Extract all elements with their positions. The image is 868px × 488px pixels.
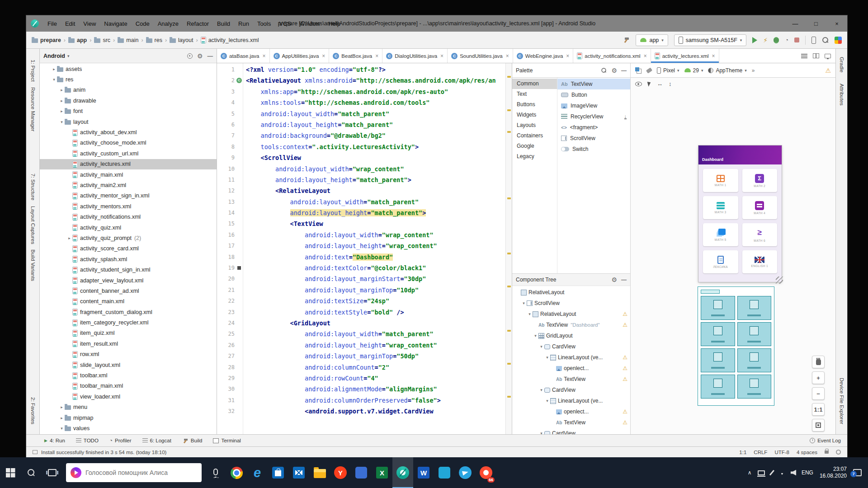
tool-window-button-gradle[interactable]: Gradle bbox=[839, 57, 844, 73]
editor-tab-activity-lectures-xml[interactable]: activity_lectures.xml× bbox=[651, 49, 719, 63]
preview-card-math-1[interactable]: MATH 1 bbox=[703, 169, 738, 192]
taskbar-search-button[interactable] bbox=[21, 457, 42, 488]
blueprint-textview[interactable] bbox=[701, 290, 720, 294]
project-tree-item-activity-mentor-sign-in-xml[interactable]: activity_mentor_sign_in.xml bbox=[40, 191, 217, 201]
blueprint-card[interactable] bbox=[701, 348, 735, 372]
horizontal-constraints-icon[interactable]: ↔ bbox=[657, 80, 663, 87]
blueprint-card[interactable] bbox=[701, 296, 735, 320]
tool-window-button-resource-manager[interactable]: Resource Manager bbox=[30, 87, 36, 131]
project-tree-item-fragment-custom-dialog-xml[interactable]: fragment_custom_dialog.xml bbox=[40, 307, 217, 317]
close-icon[interactable]: × bbox=[712, 53, 715, 59]
network-icon[interactable] bbox=[779, 470, 785, 475]
editor-tab-apputilities-java[interactable]: CAppUtilities.java× bbox=[270, 49, 330, 63]
menu-item-refactor[interactable]: Refactor bbox=[183, 20, 213, 27]
tree-arrow-icon[interactable]: ▸ bbox=[66, 236, 72, 240]
tool-window-button-layout-captures[interactable]: Layout Captures bbox=[30, 206, 36, 244]
tool-window-button-6-logcat[interactable]: 6: Logcat bbox=[142, 437, 171, 444]
component-tree-item-textview[interactable]: AbTextView⚠ bbox=[512, 417, 630, 428]
api-version-select[interactable]: 29 ▾ bbox=[684, 67, 703, 74]
status-crlf[interactable]: CRLF bbox=[754, 450, 767, 455]
layout-preview[interactable]: Dashboard MATH 1ΣMATH 2MATH 3MATH 4MATH … bbox=[698, 145, 782, 282]
project-tree-item-adapter-view-laylout-xml[interactable]: adapter_view_laylout.xml bbox=[40, 275, 217, 286]
tree-arrow-icon[interactable]: ▾ bbox=[538, 388, 544, 392]
preview-card-math-3[interactable]: MATH 3 bbox=[703, 196, 738, 219]
project-tree-item-activity-notifications-xml[interactable]: activity_notifications.xml bbox=[40, 211, 217, 222]
palette-category-text[interactable]: Text bbox=[512, 89, 557, 99]
menu-item-view[interactable]: View bbox=[79, 20, 100, 27]
project-tree-item-activity-custom-url-xml[interactable]: activity_custom_url.xml bbox=[40, 148, 217, 159]
microphone-button[interactable] bbox=[205, 457, 226, 488]
editor-tab-beatbox-java[interactable]: CBeatBox.java× bbox=[329, 49, 382, 63]
action-center-button[interactable]: 7 bbox=[853, 469, 862, 476]
project-tree-item-activity-score-card-xml[interactable]: activity_score_card.xml bbox=[40, 244, 217, 254]
gutter-marker-icon[interactable] bbox=[237, 266, 241, 270]
blueprint-card[interactable] bbox=[701, 322, 735, 346]
project-tree-item-menu[interactable]: ▸menu bbox=[40, 402, 217, 413]
tab-list-icon[interactable] bbox=[801, 54, 807, 58]
breadcrumb-item-app[interactable]: app bbox=[68, 37, 87, 43]
menu-item-analyze[interactable]: Analyze bbox=[154, 20, 183, 27]
project-view-select[interactable]: Android ▾ bbox=[43, 53, 69, 59]
blueprint-card[interactable] bbox=[737, 375, 772, 399]
project-tree-item-res[interactable]: ▾res bbox=[40, 74, 217, 84]
error-stripe-mark[interactable] bbox=[507, 396, 511, 398]
project-tree-item-row-xml[interactable]: row.xml bbox=[40, 349, 217, 360]
tree-arrow-icon[interactable]: ▾ bbox=[538, 431, 544, 434]
project-tree-item-activity-quiz-xml[interactable]: activity_quiz.xml bbox=[40, 222, 217, 233]
close-icon[interactable]: × bbox=[566, 53, 569, 59]
breadcrumb-item-main[interactable]: main bbox=[118, 37, 138, 43]
project-tree-item-toolbar-xml[interactable]: toolbar.xml bbox=[40, 370, 217, 380]
tree-arrow-icon[interactable]: ▾ bbox=[59, 426, 65, 431]
component-tree-item-relativelayout[interactable]: RelativeLayout bbox=[512, 287, 630, 298]
tool-window-button-todo[interactable]: TODO bbox=[76, 437, 99, 444]
menu-item-run[interactable]: Run bbox=[234, 20, 253, 27]
hide-panel-icon[interactable]: — bbox=[208, 53, 213, 59]
preview-card-math-5[interactable]: MATH 5 bbox=[703, 223, 738, 246]
layout-blueprint[interactable] bbox=[698, 286, 774, 406]
zoom-in-button[interactable]: + bbox=[812, 371, 825, 384]
component-tree-item-gridlayout[interactable]: ▾GridLayout bbox=[512, 330, 630, 341]
palette-category-widgets[interactable]: Widgets bbox=[512, 110, 557, 120]
project-tree-item-activity-quiz-prompt[interactable]: ▸activity_quiz_prompt(2) bbox=[40, 233, 217, 243]
project-tree-item-assets[interactable]: ▸assets bbox=[40, 64, 217, 74]
project-tree-item-view-loader-xml[interactable]: view_loader.xml bbox=[40, 391, 217, 402]
tool-window-button-7-structure[interactable]: 7: Structure bbox=[30, 174, 36, 200]
tool-window-button-terminal[interactable]: Terminal bbox=[213, 437, 241, 444]
display-icon[interactable] bbox=[758, 470, 765, 475]
tree-arrow-icon[interactable]: ▾ bbox=[59, 120, 65, 124]
breadcrumb-item-prepare[interactable]: prepare bbox=[32, 37, 61, 43]
error-stripe-mark[interactable] bbox=[507, 253, 511, 254]
editor-error-stripe[interactable] bbox=[505, 63, 512, 434]
warning-icon[interactable]: ⚠ bbox=[825, 67, 831, 74]
error-stripe-mark[interactable] bbox=[507, 286, 511, 287]
palette-component-switch[interactable]: Switch bbox=[557, 144, 630, 155]
taskbar-app-teal-app[interactable] bbox=[434, 457, 455, 488]
component-tree-item-textview[interactable]: AbTextView"Dashboard"⚠ bbox=[512, 319, 630, 330]
tool-window-button-profiler[interactable]: ◔Profiler bbox=[109, 437, 132, 444]
pan-button[interactable] bbox=[812, 356, 825, 368]
menu-item-code[interactable]: Code bbox=[132, 20, 154, 27]
project-tree-item-activity-main-xml[interactable]: activity_main.xml bbox=[40, 169, 217, 180]
device-in-editor-select[interactable]: Pixel ▾ bbox=[657, 67, 679, 74]
tree-arrow-icon[interactable]: ▾ bbox=[533, 333, 538, 338]
preview-card-math-6[interactable]: ≥MATH 6 bbox=[742, 223, 778, 246]
blueprint-card[interactable] bbox=[737, 348, 772, 372]
taskbar-app-telegram[interactable] bbox=[455, 457, 476, 488]
palette-component-fragment[interactable]: <><fragment> bbox=[557, 122, 630, 133]
tool-window-button-1-project[interactable]: 1: Project bbox=[30, 60, 36, 82]
tree-arrow-icon[interactable]: ▸ bbox=[59, 405, 65, 409]
status-4-spaces[interactable]: 4 spaces bbox=[797, 450, 817, 455]
editor-tab-atabase-java[interactable]: CataBase.java× bbox=[217, 49, 270, 63]
palette-search-icon[interactable] bbox=[601, 68, 607, 73]
design-surface-icon[interactable] bbox=[635, 67, 642, 74]
tree-arrow-icon[interactable]: ▾ bbox=[527, 312, 533, 316]
hide-panel-icon[interactable]: — bbox=[621, 67, 627, 74]
whats-new-icon[interactable] bbox=[835, 37, 842, 44]
project-tree-item-activity-mentors-xml[interactable]: activity_mentors.xml bbox=[40, 201, 217, 211]
tool-window-button-event-log[interactable]: Event Log bbox=[810, 438, 841, 443]
close-icon[interactable]: × bbox=[263, 53, 266, 59]
search-icon[interactable] bbox=[822, 37, 829, 43]
project-tree-item-layout[interactable]: ▾layout bbox=[40, 117, 217, 127]
palette-component-button[interactable]: Button bbox=[557, 89, 630, 100]
task-view-button[interactable] bbox=[42, 457, 62, 488]
